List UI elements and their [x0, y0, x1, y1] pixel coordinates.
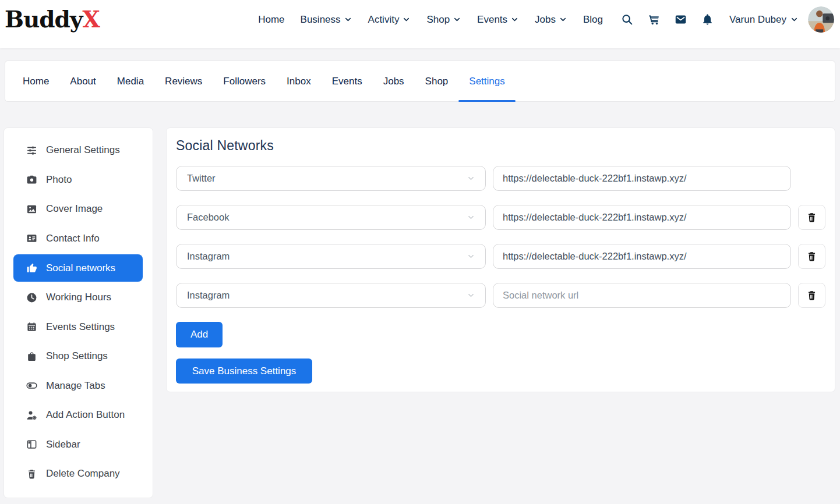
social-network-row: Facebook — [176, 205, 825, 230]
network-select[interactable]: Facebook — [176, 205, 486, 230]
sidebar-item-label: Add Action Button — [46, 409, 125, 421]
chevron-down-icon — [402, 15, 411, 24]
mail-icon[interactable] — [675, 13, 687, 26]
tab-events[interactable]: Events — [322, 61, 373, 101]
tab-home[interactable]: Home — [12, 61, 59, 101]
sidebar-item-general-settings[interactable]: General Settings — [4, 136, 153, 165]
delete-row-button[interactable] — [798, 205, 825, 230]
trash-icon — [806, 290, 817, 301]
nav-item-label: Blog — [583, 14, 603, 26]
sidebar-item-photo[interactable]: Photo — [4, 165, 153, 195]
tab-settings[interactable]: Settings — [458, 61, 515, 101]
sidebar-item-events-settings[interactable]: Events Settings — [4, 313, 153, 342]
nav-item-activity[interactable]: Activity — [368, 14, 411, 26]
select-chevron-icon — [467, 252, 475, 261]
network-url-input[interactable] — [493, 283, 791, 308]
chevron-down-icon — [559, 15, 567, 24]
sidebar-item-label: Cover Image — [46, 203, 103, 215]
sidebar-item-delete-company[interactable]: Delete Company — [4, 459, 153, 489]
delete-row-button[interactable] — [798, 244, 825, 269]
tab-label: Home — [23, 76, 49, 87]
tab-shop[interactable]: Shop — [415, 61, 459, 101]
sidebar-item-label: Delete Company — [46, 468, 120, 480]
tab-label: Media — [117, 76, 144, 87]
sidebar-item-label: Events Settings — [46, 321, 115, 333]
user-gear-icon — [26, 410, 37, 421]
nav-item-shop[interactable]: Shop — [426, 14, 461, 26]
sidebar-item-label: Working Hours — [46, 292, 111, 303]
logo-text-black: Buddy — [5, 6, 83, 33]
add-button[interactable]: Add — [176, 322, 223, 347]
bell-icon[interactable] — [701, 13, 714, 26]
settings-sidebar: General SettingsPhotoCover ImageContact … — [3, 127, 153, 498]
tab-label: Jobs — [383, 76, 404, 87]
nav-item-events[interactable]: Events — [477, 14, 519, 26]
tab-followers[interactable]: Followers — [213, 61, 276, 101]
save-business-settings-button[interactable]: Save Business Settings — [176, 359, 312, 384]
social-network-row: Instagram — [176, 283, 825, 308]
tab-reviews[interactable]: Reviews — [154, 61, 213, 101]
sidebar-item-label: Shop Settings — [46, 350, 108, 362]
cart-icon[interactable] — [648, 13, 660, 26]
delete-row-button[interactable] — [798, 283, 825, 308]
thumb-up-icon — [26, 262, 37, 274]
tab-media[interactable]: Media — [107, 61, 154, 101]
select-chevron-icon — [467, 291, 475, 300]
network-url-input[interactable] — [493, 244, 791, 269]
nav-item-label: Business — [301, 14, 341, 26]
clock-icon — [26, 292, 37, 303]
sidebar-item-label: Manage Tabs — [46, 380, 105, 392]
network-url-input[interactable] — [493, 205, 791, 230]
sidebar-item-add-action-button[interactable]: Add Action Button — [4, 400, 153, 430]
nav-item-label: Home — [258, 14, 284, 26]
tab-jobs[interactable]: Jobs — [373, 61, 415, 101]
tab-label: Followers — [223, 76, 266, 87]
user-menu[interactable]: Varun Dubey — [729, 14, 799, 26]
panel-title: Social Networks — [176, 138, 825, 154]
avatar[interactable] — [808, 6, 834, 33]
image-icon — [26, 204, 37, 215]
tab-label: Inbox — [287, 76, 311, 87]
nav-item-blog[interactable]: Blog — [583, 14, 603, 26]
network-select-value: Instagram — [187, 290, 230, 301]
nav-item-home[interactable]: Home — [258, 14, 284, 26]
site-logo[interactable]: BuddyX — [5, 8, 100, 31]
sliders-icon — [26, 145, 37, 156]
network-select-value: Twitter — [187, 173, 216, 184]
toggle-icon — [26, 380, 37, 391]
shopping-bag-icon — [26, 351, 37, 362]
tab-inbox[interactable]: Inbox — [276, 61, 322, 101]
network-select[interactable]: Twitter — [176, 166, 486, 191]
tab-label: Shop — [425, 76, 449, 87]
network-select-value: Instagram — [187, 251, 230, 262]
network-select[interactable]: Instagram — [176, 244, 486, 269]
camera-icon — [26, 174, 37, 185]
tab-label: About — [70, 76, 96, 87]
select-chevron-icon — [467, 213, 475, 222]
sidebar-item-cover-image[interactable]: Cover Image — [4, 194, 153, 224]
nav-item-label: Activity — [368, 14, 400, 26]
header-action-icons — [621, 13, 714, 26]
social-network-row: Twitter — [176, 166, 825, 191]
nav-item-business[interactable]: Business — [301, 14, 352, 26]
sidebar-item-manage-tabs[interactable]: Manage Tabs — [4, 371, 153, 401]
profile-tabbar: HomeAboutMediaReviewsFollowersInboxEvent… — [5, 61, 835, 102]
sidebar-item-shop-settings[interactable]: Shop Settings — [4, 342, 153, 371]
sidebar-item-working-hours[interactable]: Working Hours — [4, 283, 153, 313]
trash-icon — [806, 251, 817, 262]
search-icon[interactable] — [621, 13, 633, 26]
user-name: Varun Dubey — [729, 14, 786, 26]
nav-item-jobs[interactable]: Jobs — [535, 14, 567, 26]
tab-label: Reviews — [165, 76, 202, 87]
nav-item-label: Shop — [426, 14, 450, 26]
nav-item-label: Events — [477, 14, 507, 26]
sidebar-item-social-networks[interactable]: Social networks — [13, 254, 143, 282]
network-select[interactable]: Instagram — [176, 283, 486, 308]
calendar-icon — [26, 321, 37, 332]
chevron-down-icon — [790, 15, 799, 24]
tab-about[interactable]: About — [59, 61, 106, 101]
sidebar-item-contact-info[interactable]: Contact Info — [4, 224, 153, 254]
sidebar-item-sidebar[interactable]: Sidebar — [4, 430, 153, 460]
network-url-input[interactable] — [493, 166, 791, 191]
sidebar-item-label: Sidebar — [46, 439, 80, 450]
